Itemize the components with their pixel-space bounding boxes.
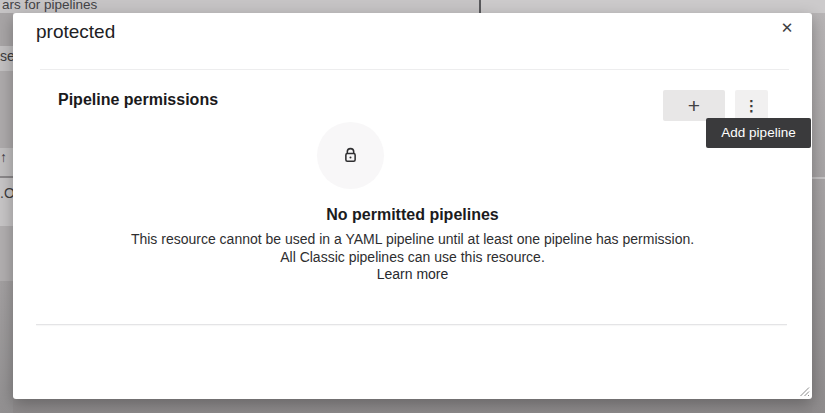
background-top-bar: ars for pipelines	[0, 0, 825, 13]
kebab-menu-icon: ⋮	[744, 98, 759, 113]
header-divider	[40, 69, 789, 70]
add-pipeline-tooltip: Add pipeline	[706, 118, 811, 148]
background-band	[0, 226, 13, 281]
empty-state-description: This resource cannot be used in a YAML p…	[13, 231, 812, 247]
footer-divider	[36, 324, 787, 325]
background-text-fragment: ars for pipelines	[2, 0, 97, 12]
background-left-edge: se ↑ .O	[0, 13, 13, 413]
pipeline-permissions-dialog: protected ✕ Pipeline permissions + ⋮ Add…	[13, 13, 812, 399]
empty-state-illustration	[317, 122, 384, 189]
lock-icon	[341, 146, 360, 165]
empty-state-title: No permitted pipelines	[13, 206, 812, 224]
screen: ars for pipelines se ↑ .O protected ✕ Pi…	[0, 0, 825, 413]
background-right-edge	[812, 13, 825, 413]
learn-more-link[interactable]: Learn more	[13, 266, 812, 282]
background-panel-fragment	[481, 0, 825, 13]
background-band	[0, 13, 13, 46]
background-text-fragment: ↑	[0, 149, 7, 165]
close-icon[interactable]: ✕	[775, 16, 799, 40]
more-options-button[interactable]: ⋮	[735, 90, 768, 121]
background-band	[0, 281, 13, 413]
empty-state-description: All Classic pipelines can use this resou…	[13, 249, 812, 265]
background-text-fragment: se	[0, 48, 13, 64]
dialog-title: protected	[36, 21, 115, 43]
section-heading: Pipeline permissions	[58, 91, 218, 109]
background-text-fragment: .O	[0, 185, 13, 201]
background-band	[0, 71, 13, 148]
plus-icon: +	[688, 95, 700, 116]
add-pipeline-button[interactable]: +	[663, 90, 725, 121]
background-rule	[812, 177, 825, 179]
resize-grip-icon[interactable]	[798, 385, 810, 397]
